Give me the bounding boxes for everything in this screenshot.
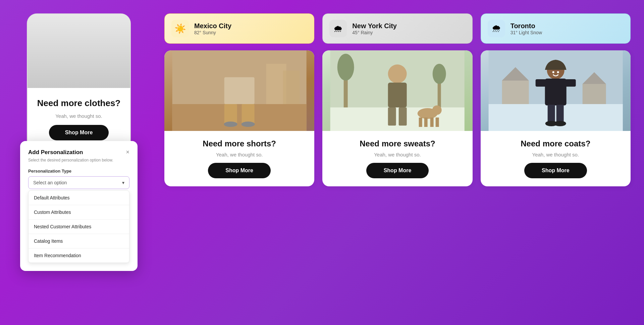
svg-point-8 — [224, 122, 237, 127]
svg-point-40 — [552, 71, 554, 73]
shorts-shop-more-button[interactable]: Shop More — [208, 163, 271, 178]
dropdown-item-item-recommendation[interactable]: Item Recommendation — [29, 248, 129, 263]
mexico-city-name: Mexico City — [194, 22, 231, 30]
toronto-city-weather: 31° Light Snow — [511, 30, 542, 35]
svg-point-21 — [432, 105, 442, 115]
coats-product-image — [481, 50, 631, 131]
newyork-city-name: New York City — [352, 22, 397, 30]
dropdown-item-catalog-items[interactable]: Catalog Items — [29, 234, 129, 248]
svg-rect-5 — [224, 77, 255, 104]
modal-dropdown-list: Default Attributes Custom Attributes Nes… — [28, 190, 129, 263]
svg-rect-37 — [556, 105, 564, 124]
sweats-figure-svg — [322, 50, 472, 131]
sunny-weather-icon: ☀️ — [171, 20, 189, 37]
svg-rect-27 — [488, 104, 623, 131]
svg-rect-19 — [399, 107, 407, 126]
coats-subtext: Yeah, we thought so. — [532, 152, 579, 157]
svg-rect-23 — [424, 118, 428, 127]
modal-select-dropdown[interactable]: Select an option ▾ — [28, 176, 129, 189]
mexico-city-weather: 82° Sunny — [194, 30, 231, 35]
personalization-modal: Add Personalization × Select the desired… — [20, 141, 138, 271]
snow-weather-icon: 🌨 — [488, 20, 505, 37]
svg-rect-24 — [430, 118, 434, 127]
rainy-weather-icon: 🌧 — [329, 20, 347, 37]
svg-rect-22 — [419, 118, 422, 127]
coats-figure-svg — [481, 50, 631, 131]
shorts-headline: Need more shorts? — [203, 139, 276, 148]
svg-rect-30 — [582, 84, 606, 104]
svg-rect-17 — [388, 83, 407, 107]
sweats-product-image — [322, 50, 472, 131]
shorts-subtext: Yeah, we thought so. — [216, 152, 263, 157]
svg-rect-28 — [502, 81, 529, 104]
product-card-coats: Need more coats? Yeah, we thought so. Sh… — [481, 50, 631, 186]
coats-shop-more-button[interactable]: Shop More — [524, 163, 587, 178]
svg-rect-2 — [172, 104, 307, 131]
cards-area: ☀️ Mexico City 82° Sunny 🌧 New York City… — [164, 13, 631, 186]
shorts-product-content: Need more shorts? Yeah, we thought so. S… — [164, 131, 314, 186]
toronto-city-name: Toronto — [511, 22, 542, 30]
svg-rect-35 — [565, 79, 576, 87]
svg-rect-7 — [242, 104, 255, 124]
dropdown-item-default-attributes[interactable]: Default Attributes — [29, 191, 129, 205]
svg-rect-4 — [283, 71, 300, 104]
svg-rect-6 — [224, 104, 237, 124]
modal-title: Add Personalization — [28, 149, 83, 156]
weather-card-toronto: 🌨 Toronto 31° Light Snow — [481, 13, 631, 44]
coats-product-content: Need more coats? Yeah, we thought so. Sh… — [481, 131, 631, 186]
modal-subtitle: Select the desired personalization optio… — [28, 158, 129, 162]
svg-point-39 — [554, 121, 566, 126]
shorts-product-image — [164, 50, 314, 131]
newyork-city-weather: 45° Rainy — [352, 30, 397, 35]
modal-close-button[interactable]: × — [126, 149, 129, 155]
weather-row: ☀️ Mexico City 82° Sunny 🌧 New York City… — [164, 13, 631, 44]
coats-headline: Need more coats? — [521, 139, 590, 148]
svg-rect-33 — [545, 79, 566, 105]
phone-subtext: Yeah, we thought so. — [55, 113, 102, 119]
chevron-down-icon: ▾ — [122, 180, 124, 185]
svg-point-16 — [388, 64, 407, 83]
dropdown-item-nested-customer-attributes[interactable]: Nested Customer Attributes — [29, 220, 129, 234]
svg-point-9 — [241, 122, 255, 127]
svg-point-13 — [337, 54, 354, 81]
sweats-headline: Need more sweats? — [360, 139, 435, 148]
phone-headline: Need more clothes? — [37, 98, 121, 108]
svg-point-41 — [557, 71, 559, 73]
weather-card-new-york: 🌧 New York City 45° Rainy — [322, 13, 472, 44]
weather-card-mexico-city: ☀️ Mexico City 82° Sunny — [164, 13, 314, 44]
svg-rect-25 — [436, 118, 439, 127]
product-card-shorts: Need more shorts? Yeah, we thought so. S… — [164, 50, 314, 186]
svg-rect-34 — [535, 79, 546, 87]
weather-info-mexico: Mexico City 82° Sunny — [194, 22, 231, 35]
modal-header: Add Personalization × — [28, 149, 129, 156]
svg-rect-11 — [330, 107, 465, 131]
svg-point-15 — [433, 64, 446, 84]
sweats-shop-more-button[interactable]: Shop More — [366, 163, 429, 178]
svg-rect-36 — [547, 105, 555, 124]
sweats-product-content: Need more sweats? Yeah, we thought so. S… — [322, 131, 472, 186]
modal-type-label: Personalization Type — [28, 169, 129, 174]
dropdown-item-custom-attributes[interactable]: Custom Attributes — [29, 205, 129, 220]
product-card-sweats: Need more sweats? Yeah, we thought so. S… — [322, 50, 472, 186]
svg-rect-18 — [388, 107, 396, 126]
weather-info-toronto: Toronto 31° Light Snow — [511, 22, 542, 35]
shorts-figure-svg — [164, 50, 314, 131]
weather-info-newyork: New York City 45° Rainy — [352, 22, 397, 35]
phone-screen-image — [28, 14, 130, 88]
modal-select-placeholder: Select an option — [33, 180, 67, 185]
product-row: Need more shorts? Yeah, we thought so. S… — [164, 50, 631, 186]
sweats-subtext: Yeah, we thought so. — [374, 152, 421, 157]
phone-shop-more-button[interactable]: Shop More — [49, 125, 109, 140]
